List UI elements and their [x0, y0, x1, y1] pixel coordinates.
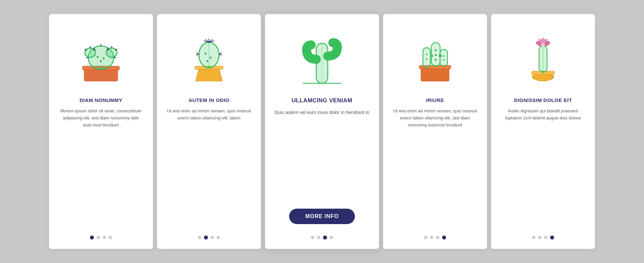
svg-point-57: [443, 55, 444, 57]
card-1-dots: [90, 235, 112, 240]
card-4-title: IRIURE: [426, 97, 444, 103]
card-2: AUTEM IN ODIO Ut wisi enim ad minim veni…: [157, 14, 261, 249]
svg-point-54: [435, 59, 437, 61]
more-info-button[interactable]: MORE INFO: [289, 209, 355, 224]
dot-1-3: [109, 236, 112, 239]
card-4-text: Ut wisi enim ad minim veniam, quis nostr…: [392, 108, 478, 227]
svg-point-15: [100, 60, 102, 62]
card-4-icon: [392, 24, 478, 91]
svg-point-14: [103, 58, 105, 59]
dot-1-0: [90, 235, 94, 240]
card-2-dots: [198, 235, 220, 240]
svg-point-52: [435, 50, 437, 51]
dot-3-1: [317, 236, 320, 239]
dot-3-0: [311, 236, 314, 239]
dot-5-1: [538, 236, 541, 239]
dot-4-2: [436, 236, 439, 239]
svg-point-58: [443, 59, 444, 61]
svg-rect-51: [440, 49, 447, 66]
svg-rect-44: [421, 67, 449, 81]
svg-point-37: [210, 57, 212, 59]
dot-4-3: [442, 235, 446, 240]
svg-point-13: [97, 56, 99, 58]
dot-5-3: [550, 235, 554, 240]
dot-4-1: [430, 236, 433, 239]
dot-2-3: [217, 236, 220, 239]
svg-rect-61: [439, 54, 442, 57]
svg-rect-47: [423, 48, 430, 68]
card-5-icon: [500, 24, 586, 91]
dot-2-2: [211, 236, 214, 239]
dot-4-0: [424, 236, 427, 239]
svg-point-36: [205, 53, 207, 55]
card-1-text: Morem ipsum dolor sit amet, consectetuer…: [58, 108, 144, 227]
svg-point-38: [207, 60, 208, 62]
card-1-title: DIAM NONUMMY: [79, 97, 122, 103]
card-3: ULLAMCING VENIAM Duis autem vel eum iriu…: [265, 14, 379, 249]
card-2-title: AUTEM IN ODIO: [189, 97, 229, 103]
card-1-icon: [58, 24, 144, 91]
card-4-dots: [424, 235, 446, 240]
dot-5-2: [544, 236, 547, 239]
svg-point-55: [426, 54, 427, 55]
card-3-title: ULLAMCING VENIAM: [292, 97, 353, 104]
card-3-dots: [311, 235, 333, 240]
card-5-dots: [532, 235, 554, 240]
svg-point-72: [541, 43, 545, 47]
svg-point-56: [426, 58, 427, 60]
card-1: DIAM NONUMMY Morem ipsum dolor sit amet,…: [49, 14, 153, 249]
card-3-text: Duis autem vel eum iriure dolor in hendr…: [275, 109, 369, 201]
dot-2-1: [204, 235, 208, 240]
card-2-text: Ut wisi enim ad minim veniam, quis nostr…: [166, 108, 252, 227]
dot-1-1: [97, 236, 100, 239]
dot-1-2: [103, 236, 106, 239]
card-3-icon: [274, 24, 370, 91]
svg-rect-60: [430, 54, 433, 57]
card-5: DIGNISSIM DOLOE EIT Kodio dignissim qui …: [491, 14, 595, 249]
card-2-icon: [166, 24, 252, 91]
card-5-title: DIGNISSIM DOLOE EIT: [514, 97, 572, 103]
card-5-text: Kodio dignissim qui blandit praesent lup…: [500, 108, 586, 227]
dot-3-3: [330, 236, 333, 239]
dot-5-0: [532, 236, 535, 239]
card-4: IRIURE Ut wisi enim ad minim veniam, qui…: [383, 14, 487, 249]
svg-point-53: [435, 54, 437, 56]
dot-3-2: [323, 235, 327, 240]
cards-container: DIAM NONUMMY Morem ipsum dolor sit amet,…: [29, 1, 615, 262]
dot-2-0: [198, 236, 201, 239]
